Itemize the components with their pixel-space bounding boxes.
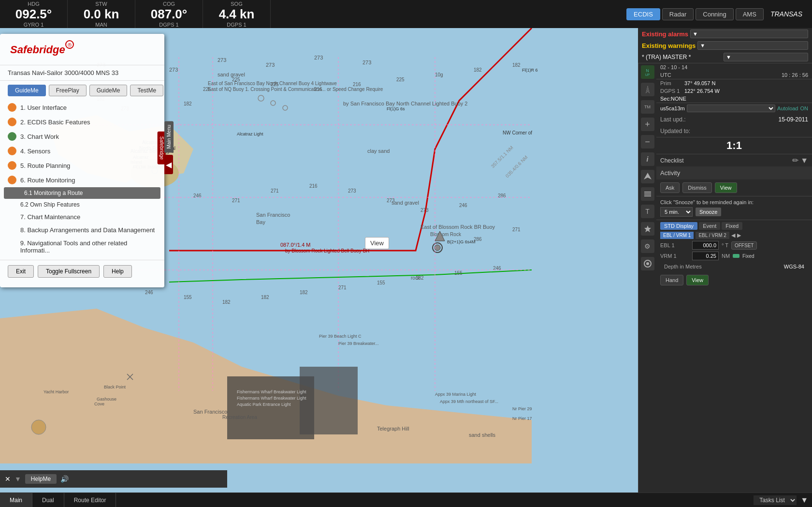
tab-ecdis[interactable]: ECDIS (626, 8, 660, 20)
chart-view-popup[interactable]: View (365, 237, 389, 249)
guideme-button[interactable]: GuideMe (8, 85, 46, 96)
std-display-tab[interactable]: STD Display (660, 222, 697, 230)
bottom-controls: STD Display Event Fixed EBL / VRM 1 EBL … (656, 220, 812, 273)
anchor-icon[interactable]: T (641, 205, 654, 218)
checklist-edit-icon[interactable]: ✏ (792, 156, 798, 165)
star-icon[interactable] (641, 222, 654, 236)
panel-toggle-arrow[interactable]: ◀ (164, 155, 173, 174)
vrm1-input[interactable] (692, 252, 719, 260)
ebl1-input[interactable] (692, 241, 719, 250)
alarms-dropdown-arrow[interactable]: ▼ (690, 30, 808, 38)
chart-select[interactable] (687, 104, 775, 112)
ebl-prev-arrow[interactable]: ◀ (731, 232, 735, 239)
dgps-label: DGPS 1 (660, 88, 684, 94)
sub-item-6-2[interactable]: 6.2 Own Ship Features (0, 199, 164, 210)
snooze-button[interactable]: Snooze (696, 208, 721, 216)
svg-text:Pier 39 Beach Light C: Pier 39 Beach Light C (319, 334, 362, 339)
toggle-fullscreen-button[interactable]: Toggle Fullscreen (38, 265, 100, 278)
helpme-close-icon[interactable]: ✕ (5, 475, 11, 483)
ebl-vrm1-tab[interactable]: EBL / VRM 1 (660, 232, 694, 239)
hdg-label: HDG (28, 1, 39, 7)
menu-label-5: 5. Route Planning (20, 162, 70, 169)
ask-button[interactable]: Ask (660, 182, 680, 193)
svg-text:273: 273 (218, 57, 226, 63)
master-row: * (TRA) MASTER * ▼ (638, 51, 812, 63)
master-dropdown-arrow[interactable]: ▼ (724, 53, 808, 61)
svg-text:sand shells: sand shells (469, 432, 496, 438)
menu-item-7[interactable]: 7. Chart Maintenance (0, 210, 164, 224)
status-main[interactable]: Main (0, 493, 32, 507)
view2-button[interactable]: View (686, 275, 709, 285)
svg-text:Fl(1)R 6: Fl(1)R 6 (522, 68, 538, 73)
tasks-list-select[interactable]: Tasks List (754, 495, 797, 505)
warnings-dropdown-arrow[interactable]: ▼ (697, 41, 808, 50)
menu-item-6[interactable]: 6. Route Monitoring (0, 173, 164, 187)
status-dual[interactable]: Dual (32, 493, 64, 507)
compass-icon-btn[interactable]: N UP (641, 65, 654, 79)
svg-text:Nr Pier 17: Nr Pier 17 (512, 416, 532, 421)
north-arrow-icon[interactable] (641, 83, 654, 96)
layers-icon[interactable] (641, 187, 654, 201)
fixed-tab[interactable]: Fixed (722, 222, 742, 230)
guideme2-button[interactable]: GuideMe (89, 85, 128, 96)
gear-icon[interactable]: ⚙ (641, 239, 654, 253)
exit-button[interactable]: Exit (8, 265, 34, 278)
safebridge-logo-svg: Safebridge ® (8, 40, 75, 59)
svg-rect-120 (644, 194, 651, 194)
tm-button[interactable]: TM (641, 100, 654, 114)
event-tab[interactable]: Event (699, 222, 720, 230)
info-icon[interactable]: i (641, 152, 654, 166)
right-panel-content: 02 - 10 - 14 UTC 10 : 26 : 56 Prim 37° 4… (656, 63, 812, 492)
menu-item-2[interactable]: 2. ECDIS Basic Features (0, 115, 164, 129)
svg-text:clay sand: clay sand (367, 148, 390, 154)
sub-item-6-1[interactable]: 6.1 Monitoring a Route (4, 187, 160, 199)
snooze-time-select[interactable]: 5 min. 10 min. 15 min. 30 min. (660, 207, 693, 217)
tab-conning[interactable]: Conning (696, 8, 733, 20)
svg-text:271: 271 (338, 285, 347, 290)
hand-button[interactable]: Hand (660, 275, 683, 285)
coords-section: Prim 37° 49.057 N DGPS 1 122° 26.754 W S… (656, 79, 812, 103)
sub-label-6-1: 6.1 Monitoring a Route (24, 190, 83, 196)
ebl-next-arrow[interactable]: ▶ (737, 232, 741, 239)
menu-item-3[interactable]: 3. Chart Work (0, 129, 164, 144)
svg-marker-123 (644, 225, 651, 232)
tasks-list-arrow[interactable]: ▼ (797, 496, 812, 505)
transas-logo: TRANSAS (766, 10, 807, 18)
helpme-audio-icon[interactable]: 🔊 (60, 475, 69, 483)
menu-item-4[interactable]: 4. Sensors (0, 144, 164, 158)
panel-header: Safebridge ® (0, 34, 164, 65)
view-button[interactable]: View (715, 182, 737, 193)
updated-to-label: Updated to: (660, 128, 808, 134)
freeplay-button[interactable]: FreePlay (49, 85, 87, 96)
offset-button[interactable]: OFFSET (731, 241, 757, 250)
menu-label-9: 9. Navigational Tools and other related … (20, 239, 157, 254)
menu-item-1[interactable]: 1. User Interface (0, 100, 164, 115)
svg-marker-119 (644, 173, 652, 179)
help-button[interactable]: Help (103, 265, 132, 278)
sog-value: 4.4 kn (219, 7, 255, 22)
zoom-out-btn[interactable]: − (641, 135, 654, 149)
svg-text:087.0°/1.4 M: 087.0°/1.4 M (280, 242, 311, 248)
autoload-label: Autoload (777, 105, 798, 111)
menu-item-9[interactable]: 9. Navigational Tools and other related … (0, 237, 164, 257)
status-route-editor[interactable]: Route Editor (64, 493, 116, 507)
circle-icon[interactable] (641, 257, 654, 270)
menu-item-5[interactable]: 5. Route Planning (0, 158, 164, 173)
svg-text:273: 273 (362, 60, 371, 65)
snooze-row: 5 min. 10 min. 15 min. 30 min. Snooze (660, 207, 808, 217)
helpme-button[interactable]: HelpMe (25, 474, 57, 484)
ebl-vrm2-tab[interactable]: EBL / VRM 2 (696, 232, 729, 239)
hdg-sub: GYRO 1 (24, 22, 44, 28)
zoom-in-btn[interactable]: + (641, 118, 654, 131)
main-menu-tab[interactable]: Main Menu (164, 121, 174, 152)
checklist-dropdown-icon[interactable]: ▼ (800, 156, 808, 165)
tab-ams[interactable]: AMS (736, 8, 764, 20)
dismiss-button[interactable]: Dismiss (682, 182, 712, 193)
tab-radar[interactable]: Radar (662, 8, 694, 20)
svg-text:216: 216 (309, 183, 318, 189)
helpme-down-icon[interactable]: ▼ (14, 475, 21, 483)
menu-item-8[interactable]: 8. Backup Arrangements and Data Manageme… (0, 224, 164, 237)
testme-button[interactable]: TestMe (130, 85, 163, 96)
date-value: 02 - 10 - 14 (660, 64, 687, 70)
ship-icon[interactable] (641, 170, 654, 183)
